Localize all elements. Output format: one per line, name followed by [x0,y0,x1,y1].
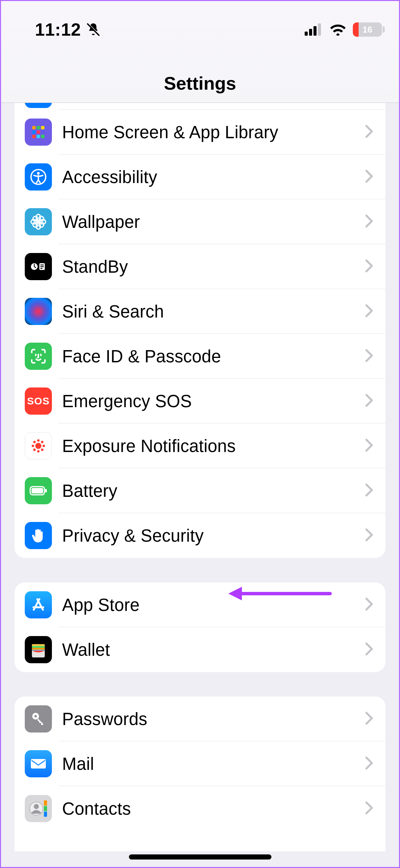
settings-row-siri[interactable]: Siri & Search [15,289,385,334]
svg-rect-50 [44,806,47,811]
settings-row-standby[interactable]: StandBy [15,244,385,289]
apps-grid-icon [25,119,52,146]
status-bar-left: 11:12 [35,19,101,40]
wifi-icon [329,23,347,36]
chevron-right-icon [365,394,373,409]
row-label: Mail [62,754,362,774]
svg-point-30 [38,440,39,441]
row-label: Accessibility [62,167,362,187]
cellular-signal-icon [305,23,323,36]
settings-row-passwords[interactable]: Passwords [15,697,385,741]
exposure-icon [25,432,52,459]
wallet-icon [25,636,52,663]
chevron-right-icon [365,259,373,274]
row-label: App Store [62,595,362,615]
page-title: Settings [164,73,236,94]
settings-row-exposure[interactable]: Exposure Notifications [15,423,385,468]
home-indicator[interactable] [129,854,271,860]
settings-row-appstore[interactable]: App Store [15,582,385,627]
status-bar-right: 16 [305,22,382,37]
siri-icon [25,298,52,325]
chevron-right-icon [365,711,373,726]
svg-point-35 [41,441,43,443]
row-label: Passwords [62,709,362,729]
envelope-icon [25,750,52,777]
chevron-right-icon [365,438,373,453]
svg-rect-1 [309,29,312,36]
row-label: Exposure Notifications [62,436,362,456]
svg-rect-4 [32,126,36,129]
row-label: Siri & Search [62,302,362,322]
svg-point-33 [43,445,44,447]
svg-point-29 [35,443,41,449]
battery-icon [25,477,52,504]
svg-rect-5 [37,126,40,129]
settings-row-mail[interactable]: Mail [15,741,385,786]
settings-row-wallet[interactable]: Wallet [15,627,385,672]
person-circle-icon [25,795,52,822]
accessibility-icon [25,163,52,191]
chevron-right-icon [365,597,373,612]
battery-fill [353,22,359,37]
svg-rect-49 [44,800,47,806]
settings-scroll-area[interactable]: Home Screen & App Library Accessibility [1,103,399,867]
row-label: Wallet [62,640,362,660]
chevron-right-icon [365,169,373,184]
chevron-right-icon [365,214,373,229]
settings-row-sos[interactable]: SOS Emergency SOS [15,379,385,423]
chevron-right-icon [365,756,373,771]
svg-rect-27 [40,266,44,267]
clock-card-icon [25,253,52,280]
row-label: Home Screen & App Library [62,122,362,142]
settings-row-privacy[interactable]: Privacy & Security [15,513,385,558]
chevron-right-icon [365,642,373,657]
status-time: 11:12 [35,19,81,40]
svg-rect-2 [313,26,317,36]
svg-point-53 [34,804,39,809]
row-label: Battery [62,481,362,501]
chevron-right-icon [365,528,373,543]
svg-point-47 [34,715,37,717]
svg-rect-28 [40,268,42,269]
bell-slash-icon [86,22,101,37]
svg-rect-12 [41,135,44,138]
svg-rect-6 [41,126,44,129]
row-label: Emergency SOS [62,391,362,411]
chevron-right-icon [365,483,373,498]
settings-row-wallpaper[interactable]: Wallpaper [15,199,385,244]
svg-point-36 [34,449,35,450]
battery-indicator: 16 [353,22,382,37]
status-bar: 11:12 [1,1,399,42]
row-label: StandBy [62,257,362,277]
faceid-icon [25,343,52,370]
svg-rect-26 [40,265,44,266]
svg-point-32 [32,445,34,447]
svg-point-31 [38,451,39,452]
svg-rect-51 [44,812,47,817]
chevron-right-icon [365,304,373,319]
svg-point-34 [34,441,35,443]
chevron-right-icon [365,125,373,140]
svg-rect-0 [305,32,308,36]
display-brightness-icon [25,103,52,108]
svg-rect-11 [37,135,40,138]
key-icon [25,705,52,733]
chevron-right-icon [365,349,373,364]
sos-icon: SOS [25,387,52,415]
settings-row-battery[interactable]: Battery [15,468,385,513]
svg-rect-40 [45,489,47,492]
row-label: Wallpaper [62,212,362,232]
settings-row-accessibility[interactable]: Accessibility [15,155,385,199]
svg-point-37 [41,449,43,450]
settings-row-contacts[interactable]: Contacts [15,786,385,831]
flower-icon [25,208,52,235]
svg-rect-9 [41,130,44,134]
settings-group-store: App Store Wallet [15,582,385,672]
settings-group-apps: Passwords Mail [15,697,385,851]
settings-row-home-screen[interactable]: Home Screen & App Library [15,110,385,155]
settings-row-faceid[interactable]: Face ID & Passcode [15,334,385,379]
svg-rect-3 [318,23,321,36]
settings-row-display[interactable] [15,103,385,110]
svg-rect-8 [37,130,40,134]
svg-rect-48 [31,759,46,768]
